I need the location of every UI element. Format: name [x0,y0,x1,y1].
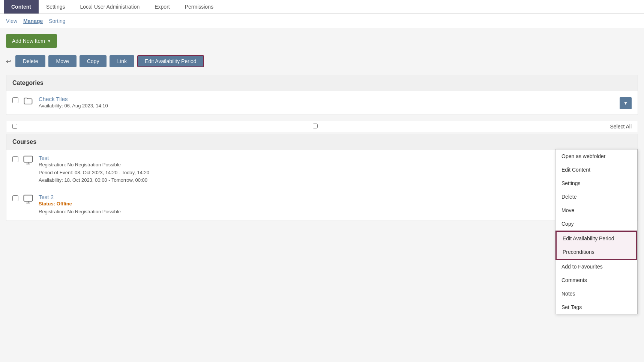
copy-button[interactable]: Copy [80,55,107,67]
context-notes[interactable]: Notes [555,287,637,300]
link-button[interactable]: Link [110,55,134,67]
course-icon [23,155,34,167]
secondary-navigation: View Manage Sorting [0,14,644,28]
context-settings[interactable]: Settings [555,176,637,190]
context-set-tags[interactable]: Set Tags [555,300,637,314]
tab-settings[interactable]: Settings [39,0,73,14]
top-navigation: Content Settings Local User Administrati… [0,0,644,14]
context-edit-content[interactable]: Edit Content [555,163,637,176]
tab-content[interactable]: Content [4,0,39,14]
test-title[interactable]: Test [39,155,49,161]
test2-checkbox[interactable] [12,195,18,201]
test2-title[interactable]: Test 2 [39,194,54,200]
nav-view[interactable]: View [6,18,17,24]
context-comments[interactable]: Comments [555,273,637,287]
test2-meta-1: Registration: No Registration Possible [39,208,632,216]
select-all-checkbox-spacer[interactable] [12,124,17,129]
test-meta-2: Period of Event: 08. Oct 2023, 14:20 - T… [39,169,632,177]
test2-info: Test 2 Status: Offline Registration: No … [39,194,632,216]
context-edit-availability-period[interactable]: Edit Availability Period [555,231,637,245]
test-info: Test Registration: No Registration Possi… [39,155,632,184]
context-copy[interactable]: Copy [555,217,637,231]
add-new-item-button[interactable]: Add New Item ▼ [6,34,57,48]
test-checkbox[interactable] [12,156,18,162]
svg-rect-0 [24,156,32,162]
context-menu: Open as webfolder Edit Content Settings … [555,149,638,314]
tab-permissions[interactable]: Permissions [177,0,221,14]
table-row: Test Registration: No Registration Possi… [6,150,638,189]
svg-rect-1 [24,195,32,201]
categories-header: Categories [6,75,638,91]
context-preconditions[interactable]: Preconditions [555,245,637,260]
context-add-to-favourites[interactable]: Add to Favourites [555,260,637,273]
table-row: Check Tiles Availability: 06. Aug 2023, … [6,91,638,115]
folder-icon [23,96,34,109]
nav-manage[interactable]: Manage [23,18,43,24]
select-all-center-input[interactable] [313,124,318,128]
tab-export[interactable]: Export [147,0,177,14]
courses-section: Courses Test Registration: No Registrati… [6,134,638,221]
check-tiles-checkbox[interactable] [12,97,18,103]
context-move[interactable]: Move [555,204,637,217]
check-tiles-dropdown-button[interactable]: ▼ [620,97,632,109]
course2-icon [23,194,34,207]
test2-status: Status: Offline [39,200,632,208]
edit-availability-button[interactable]: Edit Availability Period [137,55,204,67]
table-row: Test 2 Status: Offline Registration: No … [6,189,638,221]
move-button[interactable]: Move [48,55,76,67]
main-content: Add New Item ▼ ↩ Delete Move Copy Link E… [0,28,644,353]
nav-sorting[interactable]: Sorting [49,18,65,24]
check-tiles-info: Check Tiles Availability: 06. Aug 2023, … [39,96,620,110]
delete-button[interactable]: Delete [15,55,45,67]
test-meta-1: Registration: No Registration Possible [39,161,632,169]
undo-icon[interactable]: ↩ [6,58,11,65]
select-all-label: Select All [610,124,632,130]
categories-section: Categories Check Tiles Availability: 06.… [6,75,638,115]
courses-header: Courses [6,134,638,150]
tab-local-user-admin[interactable]: Local User Administration [72,0,147,14]
add-new-item-arrow: ▼ [47,39,51,43]
select-all-center-checkbox [20,124,610,130]
check-tiles-title[interactable]: Check Tiles [39,96,68,102]
select-all-row: Select All [6,121,638,132]
check-tiles-availability: Availability: 06. Aug 2023, 14:10 [39,102,620,110]
action-toolbar: ↩ Delete Move Copy Link Edit Availabilit… [6,55,638,67]
add-new-item-label: Add New Item [12,38,45,44]
test-meta-3: Availability: 18. Oct 2023, 00:00 - Tomo… [39,176,632,184]
context-open-webfolder[interactable]: Open as webfolder [555,149,637,163]
context-delete[interactable]: Delete [555,190,637,204]
